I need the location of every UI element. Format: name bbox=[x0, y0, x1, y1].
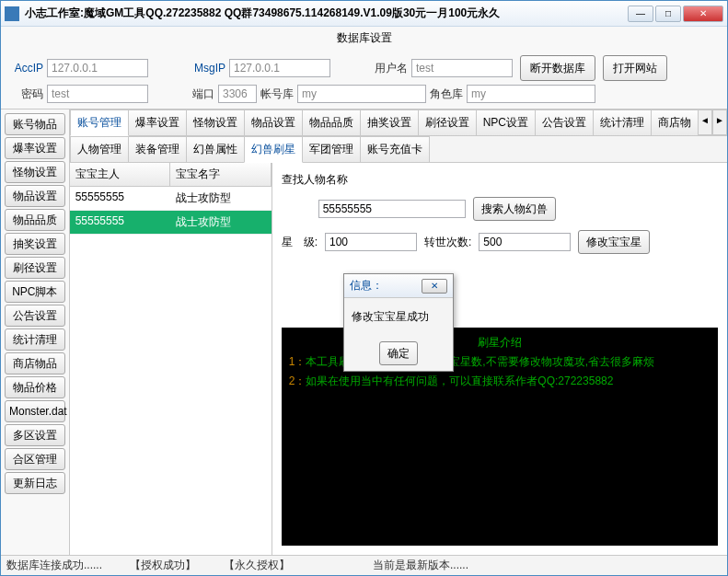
col-name[interactable]: 宝宝名字 bbox=[170, 163, 272, 186]
window-title: 小志工作室:魔域GM工具QQ.272235882 QQ群73498675.114… bbox=[25, 6, 628, 21]
list-pane: 宝宝主人 宝宝名字 55555555战士攻防型55555555战士攻防型 bbox=[70, 163, 272, 555]
msgip-input[interactable] bbox=[229, 59, 330, 77]
statusbar: 数据库连接成功...... 【授权成功】 【永久授权】 当前是最新版本.....… bbox=[1, 555, 727, 575]
status-auth: 【授权成功】 bbox=[130, 558, 196, 573]
sidebar-item-4[interactable]: 物品品质 bbox=[5, 209, 65, 231]
dialog-body: 修改宝宝星成功 bbox=[344, 298, 453, 336]
secondary-tab-4[interactable]: 军团管理 bbox=[302, 136, 361, 162]
dialog-close-button[interactable]: ✕ bbox=[422, 279, 447, 294]
sidebar-item-12[interactable]: Monster.dat bbox=[5, 400, 65, 422]
roledb-label: 角色库 bbox=[430, 86, 463, 102]
sidebar-item-2[interactable]: 怪物设置 bbox=[5, 161, 65, 183]
primary-tab-3[interactable]: 物品设置 bbox=[244, 109, 303, 135]
user-label: 用户名 bbox=[375, 61, 408, 76]
primary-tab-2[interactable]: 怪物设置 bbox=[186, 109, 245, 135]
port-input[interactable] bbox=[218, 85, 257, 103]
primary-tab-1[interactable]: 爆率设置 bbox=[128, 109, 187, 135]
star-level-label: 星 级: bbox=[282, 235, 318, 250]
sidebar-item-10[interactable]: 商店物品 bbox=[5, 352, 65, 374]
sidebar-item-15[interactable]: 更新日志 bbox=[5, 472, 65, 494]
sidebar-item-8[interactable]: 公告设置 bbox=[5, 305, 65, 327]
search-input[interactable] bbox=[318, 200, 466, 218]
table-row[interactable]: 55555555战士攻防型 bbox=[70, 211, 272, 235]
search-button[interactable]: 搜索人物幻兽 bbox=[473, 197, 556, 221]
sidebar-item-7[interactable]: NPC脚本 bbox=[5, 281, 65, 303]
msgip-label: MsgIP bbox=[192, 62, 225, 75]
secondary-tab-2[interactable]: 幻兽属性 bbox=[186, 136, 245, 162]
user-input[interactable] bbox=[411, 59, 513, 77]
info-dialog: 信息： ✕ 修改宝宝星成功 确定 bbox=[343, 273, 454, 372]
sidebar-item-9[interactable]: 统计清理 bbox=[5, 328, 65, 351]
col-owner[interactable]: 宝宝主人 bbox=[70, 163, 171, 186]
secondary-tab-1[interactable]: 装备管理 bbox=[128, 136, 187, 162]
pass-input[interactable] bbox=[47, 85, 148, 103]
close-button[interactable]: ✕ bbox=[683, 6, 723, 22]
sidebar-item-0[interactable]: 账号物品 bbox=[5, 113, 65, 135]
disconnect-button[interactable]: 断开数据库 bbox=[520, 55, 595, 81]
pass-label: 密码 bbox=[10, 86, 43, 102]
primary-tab-8[interactable]: 公告设置 bbox=[535, 109, 594, 135]
table-row[interactable]: 55555555战士攻防型 bbox=[70, 187, 272, 211]
status-auth-type: 【永久授权】 bbox=[224, 558, 290, 573]
primary-tab-7[interactable]: NPC设置 bbox=[476, 109, 536, 135]
connection-panel: AccIP MsgIP 用户名 断开数据库 打开网站 密码 端口 帐号库 角色库 bbox=[1, 50, 727, 109]
sidebar-item-13[interactable]: 多区设置 bbox=[5, 424, 65, 446]
primary-tab-6[interactable]: 刷径设置 bbox=[418, 109, 477, 135]
accip-label: AccIP bbox=[10, 62, 43, 75]
tab-scroll-right[interactable]: ► bbox=[712, 109, 727, 135]
sidebar-item-11[interactable]: 物品价格 bbox=[5, 376, 65, 398]
secondary-tabs: 人物管理装备管理幻兽属性幻兽刷星军团管理账号充值卡 bbox=[70, 136, 727, 163]
primary-tab-5[interactable]: 抽奖设置 bbox=[360, 109, 419, 135]
app-icon bbox=[5, 6, 19, 21]
sidebar-item-3[interactable]: 物品设置 bbox=[5, 185, 65, 207]
dialog-title: 信息： bbox=[350, 278, 383, 294]
maximize-button[interactable]: □ bbox=[655, 6, 681, 22]
primary-tab-10[interactable]: 商店物 bbox=[651, 109, 699, 135]
sidebar-item-5[interactable]: 抽奖设置 bbox=[5, 233, 65, 255]
panel-title: 数据库设置 bbox=[1, 27, 727, 50]
status-conn: 数据库连接成功...... bbox=[6, 558, 102, 573]
secondary-tab-5[interactable]: 账号充值卡 bbox=[360, 136, 430, 162]
primary-tab-0[interactable]: 账号管理 bbox=[70, 109, 129, 136]
search-label: 查找人物名称 bbox=[282, 172, 718, 188]
rebirth-label: 转世次数: bbox=[424, 235, 471, 250]
rebirth-input[interactable] bbox=[479, 233, 571, 251]
status-version: 当前是最新版本...... bbox=[373, 558, 468, 573]
titlebar: 小志工作室:魔域GM工具QQ.272235882 QQ群73498675.114… bbox=[1, 1, 727, 27]
star-level-input[interactable] bbox=[325, 233, 417, 251]
detail-pane: 查找人物名称 搜索人物幻兽 星 级: 转世次数: 修改宝宝星 刷星介绍 bbox=[272, 163, 727, 555]
tab-scroll-left[interactable]: ◄ bbox=[698, 109, 712, 135]
modify-star-button[interactable]: 修改宝宝星 bbox=[578, 230, 650, 254]
minimize-button[interactable]: — bbox=[628, 6, 653, 22]
port-label: 端口 bbox=[192, 86, 214, 102]
secondary-tab-0[interactable]: 人物管理 bbox=[70, 136, 129, 162]
sidebar-item-14[interactable]: 合区管理 bbox=[5, 448, 65, 470]
primary-tab-4[interactable]: 物品品质 bbox=[302, 109, 361, 135]
open-site-button[interactable]: 打开网站 bbox=[603, 55, 667, 81]
roledb-input[interactable] bbox=[467, 85, 595, 103]
sidebar-item-1[interactable]: 爆率设置 bbox=[5, 137, 65, 159]
primary-tab-9[interactable]: 统计清理 bbox=[593, 109, 652, 135]
accdb-input[interactable] bbox=[297, 85, 426, 103]
accip-input[interactable] bbox=[47, 59, 148, 77]
sidebar: 账号物品爆率设置怪物设置物品设置物品品质抽奖设置刷径设置NPC脚本公告设置统计清… bbox=[1, 109, 70, 555]
primary-tabs: 账号管理爆率设置怪物设置物品设置物品品质抽奖设置刷径设置NPC设置公告设置统计清… bbox=[70, 109, 727, 136]
accdb-label: 帐号库 bbox=[260, 86, 294, 102]
sidebar-item-6[interactable]: 刷径设置 bbox=[5, 257, 65, 279]
dialog-ok-button[interactable]: 确定 bbox=[379, 341, 418, 365]
secondary-tab-3[interactable]: 幻兽刷星 bbox=[244, 136, 303, 163]
